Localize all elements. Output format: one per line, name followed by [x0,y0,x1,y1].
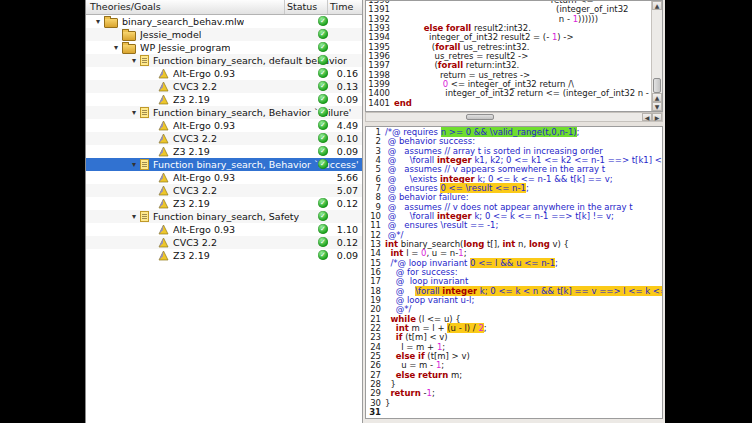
expander-icon[interactable]: ▾ [110,41,122,54]
scroll-up-icon[interactable]: ▲ [652,93,662,102]
expander-icon[interactable]: ▾ [128,158,140,171]
time-value: 5.66 [337,171,358,184]
vertical-scrollbar[interactable]: ▲ ▲ ▼ [651,1,662,111]
code-line: 29 return -1; [366,389,662,398]
prover-result-row[interactable]: Alt-Ergo 0.93✓1.10 [86,223,362,236]
goal-row[interactable]: ▾Function binary_search, default behavio… [86,54,362,67]
status-valid-icon: ✓ [318,224,328,234]
status-valid-icon: ✓ [318,68,328,78]
tree-row-label: binary_search_behav.mlw [122,16,244,27]
tree-row-label: Function binary_search, Safety [153,211,299,222]
tree-header: Theories/Goals Status Time [86,0,362,15]
status-valid-icon: ✓ [318,133,328,143]
prover-result-row[interactable]: CVC3 2.2✓0.12 [86,236,362,249]
code-line: 31 [366,408,662,417]
status-valid-icon: ✓ [318,16,328,26]
goal-row[interactable]: ▾Function binary_search, Safety✓ [86,210,362,223]
time-value: 0.12 [337,236,358,249]
code-line: 1401end [366,99,651,108]
prover-icon [158,172,169,183]
code-text: integer_of_int32 return <= (integer_of_i… [394,89,651,98]
column-header-theories-goals[interactable]: Theories/Goals [86,0,284,14]
prover-icon [158,224,169,235]
code-line: 30} [366,399,662,408]
goal-row[interactable]: ▾Function binary_search, Behavior `succe… [86,158,362,171]
theory-row[interactable]: Jessie_model✓ [86,28,362,41]
prover-result-row[interactable]: Z3 2.19✓0.09 [86,145,362,158]
status-valid-icon: ✓ [318,120,328,130]
theory-row[interactable]: ▾binary_search_behav.mlw✓ [86,15,362,28]
time-value: 0.09 [337,145,358,158]
prover-result-row[interactable]: CVC3 2.2✓0.13 [86,80,362,93]
prover-result-row[interactable]: Z3 2.19✓0.12 [86,197,362,210]
time-value: 1.10 [337,223,358,236]
tree-row-label: Z3 2.19 [173,94,210,105]
prover-icon [158,133,169,144]
expander-icon[interactable]: ▾ [128,106,140,119]
scroll-up-icon[interactable]: ▲ [652,1,662,10]
status-valid-icon: ✓ [318,211,328,221]
prover-result-row[interactable]: Z3 2.19✓0.09 [86,93,362,106]
expander-icon[interactable]: ▾ [128,210,140,223]
prover-icon [158,120,169,131]
goal-file-icon [140,211,149,222]
tree-row-label: Z3 2.19 [173,198,210,209]
code-text: } [385,399,390,408]
status-valid-icon: ✓ [318,55,328,65]
goal-file-icon [140,107,149,118]
code-line: 27 else return m; [366,371,662,380]
scroll-down-icon[interactable]: ▼ [652,102,662,111]
vertical-scrollbar-thumb[interactable] [653,78,661,93]
time-value: 0.13 [337,80,358,93]
status-valid-icon: ✓ [318,81,328,91]
time-value: 0.09 [337,249,358,262]
column-header-time[interactable]: Time [328,0,362,14]
code-text: else return m; [385,371,462,380]
why3-ide-window: Theories/Goals Status Time ▾binary_searc… [85,0,665,423]
prover-icon [158,146,169,157]
horizontal-scrollbar-thumb[interactable] [466,114,494,120]
status-valid-icon: ✓ [318,42,328,52]
status-valid-icon: ✓ [318,94,328,104]
goal-file-icon [140,159,149,170]
expander-icon[interactable]: ▾ [92,15,104,28]
prover-result-row[interactable]: Alt-Ergo 0.93✓4.49 [86,119,362,132]
horizontal-scrollbar[interactable]: ◀ ▶ [365,112,663,122]
time-value: 4.49 [337,119,358,132]
folder-icon [122,44,136,54]
prover-result-row[interactable]: CVC3 2.25.07 [86,184,362,197]
task-code-pane[interactable]: 1390 return <=1391 (integer_of_int321392 [365,0,663,112]
tree-row-label: CVC3 2.2 [173,133,217,144]
folder-icon [122,31,136,41]
scroll-left-icon[interactable]: ◀ [642,113,652,121]
scroll-right-icon[interactable]: ▶ [652,113,662,121]
status-valid-icon: ✓ [318,250,328,260]
source-code-pane[interactable]: 1/*@ requires n >= 0 && \valid_range(t,0… [365,126,663,419]
prover-icon [158,250,169,261]
prover-result-row[interactable]: Alt-Ergo 0.93✓0.16 [86,67,362,80]
prover-result-row[interactable]: Alt-Ergo 0.935.66 [86,171,362,184]
goal-file-icon [140,55,149,66]
prover-result-row[interactable]: Z3 2.19✓0.09 [86,249,362,262]
prover-icon [158,94,169,105]
tree-row-label: CVC3 2.2 [173,81,217,92]
tree-row-label: CVC3 2.2 [173,237,217,248]
tree-row-label: Alt-Ergo 0.93 [173,224,235,235]
tree-row-label: Z3 2.19 [173,250,210,261]
time-value: 0.09 [337,93,358,106]
tree-row-label: CVC3 2.2 [173,185,217,196]
column-header-status[interactable]: Status [284,0,328,14]
expander-icon[interactable]: ▾ [128,54,140,67]
time-value: 0.16 [337,67,358,80]
tree-row-label: Jessie_model [140,29,201,40]
task-code-viewport: 1390 return <=1391 (integer_of_int321392 [366,1,651,111]
tree-row-label: Z3 2.19 [173,146,210,157]
prover-icon [158,185,169,196]
goal-row[interactable]: ▾Function binary_search, Behavior `failu… [86,106,362,119]
time-value: 5.07 [337,184,358,197]
line-number: 31 [366,408,385,417]
tree-row-label: WP Jessie_program [140,42,230,53]
prover-result-row[interactable]: CVC3 2.2✓0.10 [86,132,362,145]
code-text: end [394,99,412,108]
theory-row[interactable]: ▾WP Jessie_program✓ [86,41,362,54]
